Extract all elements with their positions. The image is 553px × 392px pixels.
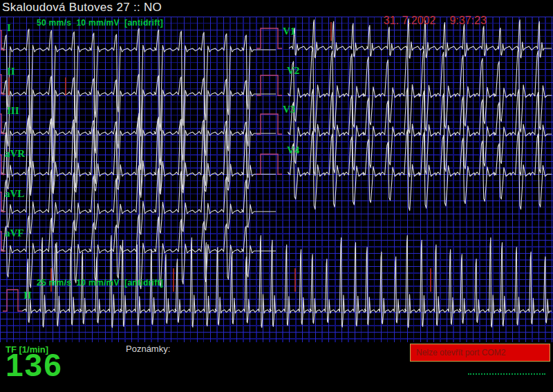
ecg-trace-ii-1 <box>1 74 276 169</box>
sweep-settings-top: 50 mm/s 10 mm/mV [antidrift] <box>37 18 163 28</box>
lead-label-v1-6: V1 <box>283 26 295 37</box>
notes-label: Poznámky: <box>126 344 170 354</box>
recording-datetime: 31. 7.20029:37:23 <box>371 2 487 39</box>
calibration-pulse-2 <box>256 114 282 134</box>
lead-label-ii-1: II <box>7 66 15 77</box>
ecg-trace-avl-4 <box>1 165 276 234</box>
ecg-traces-canvas <box>0 0 553 392</box>
lead-label-i-0: I <box>7 22 11 33</box>
recording-date: 31. 7.2002 <box>384 15 436 26</box>
sweep-settings-bottom: 25 mm/s 10 mm/mV [antidrift] <box>37 278 163 288</box>
ecg-trace-avr-3 <box>1 113 276 196</box>
lead-label-avl-4: aVL <box>5 188 24 199</box>
lead-label-v4-9: V4 <box>287 144 299 156</box>
calibration-pulse-0 <box>256 28 282 48</box>
lead-label-avf-5: aVF <box>5 227 24 239</box>
lead-label-ii-10: II <box>24 290 32 301</box>
lead-label-avr-3: aVR <box>5 148 25 159</box>
ecg-trace-i-0 <box>1 28 276 136</box>
calibration-pulse-1 <box>256 75 282 95</box>
ecg-trace-iii-2 <box>1 117 276 198</box>
patient-title: Skaloudová Butoves 27 :: NO <box>2 1 162 15</box>
calibration-pulse-7 <box>0 114 6 133</box>
com-port-alert-text: Nelze otevřít port COM2 <box>416 348 505 357</box>
dotted-progress-line <box>468 373 545 375</box>
ecg-trace-v4-9 <box>288 130 552 211</box>
ecg-trace-v2-7 <box>288 46 552 133</box>
lead-label-iii-2: III <box>7 105 19 116</box>
lead-label-v3-8: V3 <box>283 104 295 115</box>
ecg-trace-v3-8 <box>288 88 552 177</box>
lead-label-v2-7: V2 <box>287 65 299 76</box>
calibration-pulse-3 <box>256 154 282 174</box>
recording-time: 9:37:23 <box>449 15 486 26</box>
com-port-alert[interactable]: Nelze otevřít port COM2 <box>410 344 550 362</box>
ecg-application-window: IIIIIIaVRaVLaVFV1V2V3V4II Skaloudová But… <box>0 0 553 392</box>
calibration-pulse-4 <box>3 290 22 311</box>
heart-rate-value: 136 <box>6 348 63 382</box>
